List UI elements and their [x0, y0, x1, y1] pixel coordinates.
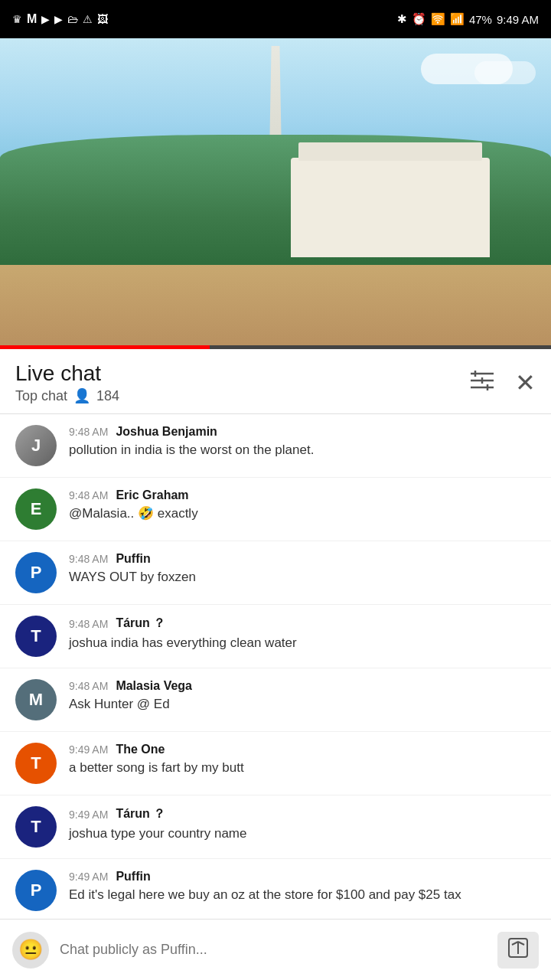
close-button[interactable]: ✕: [515, 368, 536, 397]
wifi-icon: 🛜: [431, 12, 445, 26]
chat-subtitle: Top chat 👤 184: [15, 387, 119, 404]
chat-header-right: ✕: [471, 368, 536, 397]
send-button[interactable]: [497, 932, 539, 969]
message-content: 9:48 AMMalasia VegaAsk Hunter @ Ed: [69, 679, 536, 714]
filter-button[interactable]: [471, 371, 494, 396]
avatar: T: [15, 616, 57, 657]
message-author: Malasia Vega: [116, 679, 192, 693]
chat-header-left: Live chat Top chat 👤 184: [15, 361, 119, 404]
message-meta: 9:48 AMPuffin: [69, 552, 536, 566]
video-progress-fill: [0, 345, 210, 349]
message-content: 9:48 AMPuffinWAYS OUT by foxzen: [69, 552, 536, 586]
message-author: The One: [116, 743, 165, 756]
youtube-icon: ▶: [41, 13, 50, 25]
chat-message-row: J9:48 AMJoshua Benjaminpollution in indi…: [0, 414, 551, 478]
chat-input[interactable]: [60, 932, 487, 969]
live-chat-title: Live chat: [15, 361, 119, 386]
status-icons-left: ♛ M ▶ ▶ 🗁 ⚠ 🖼: [12, 12, 108, 26]
message-meta: 9:49 AMTárun ？: [69, 806, 536, 822]
send-icon: [507, 937, 529, 962]
top-chat-label[interactable]: Top chat: [15, 388, 67, 404]
chat-input-bar: 😐: [0, 919, 551, 980]
crown-icon: ♛: [12, 13, 22, 25]
avatar: T: [15, 743, 57, 784]
time-display: 9:49 AM: [497, 13, 539, 26]
folder-icon: 🗁: [67, 13, 78, 25]
message-content: 9:49 AMThe Onea better song is fart by m…: [69, 743, 536, 777]
message-meta: 9:48 AMJoshua Benjamin: [69, 425, 536, 439]
message-content: 9:48 AMJoshua Benjaminpollution in india…: [69, 425, 536, 459]
youtube2-icon: ▶: [54, 13, 63, 25]
emoji-icon: 😐: [18, 938, 43, 962]
message-text: joshua india has everything clean water: [69, 634, 536, 652]
message-content: 9:49 AMPuffinEd it's legal here we buy a…: [69, 870, 536, 904]
video-building: [291, 158, 490, 257]
message-author: Tárun ？: [116, 616, 165, 632]
signal-icon: 📶: [450, 12, 465, 26]
message-text: @Malasia.. 🤣 exactly: [69, 505, 536, 523]
message-time: 9:48 AM: [69, 680, 108, 692]
message-text: joshua type your country name: [69, 825, 536, 843]
chat-message-row: P9:48 AMPuffinWAYS OUT by foxzen: [0, 541, 551, 605]
status-bar: ♛ M ▶ ▶ 🗁 ⚠ 🖼 ✱ ⏰ 🛜 📶 47% 9:49 AM: [0, 0, 551, 38]
message-meta: 9:48 AMMalasia Vega: [69, 679, 536, 693]
battery-text: 47%: [469, 13, 492, 26]
avatar: P: [15, 870, 57, 911]
message-time: 9:48 AM: [69, 426, 108, 438]
message-meta: 9:48 AMEric Graham: [69, 488, 536, 502]
message-time: 9:49 AM: [69, 743, 108, 756]
message-meta: 9:49 AMPuffin: [69, 870, 536, 884]
message-content: 9:48 AMEric Graham@Malasia.. 🤣 exactly: [69, 488, 536, 523]
message-text: WAYS OUT by foxzen: [69, 568, 536, 586]
m-icon: M: [27, 12, 37, 26]
chat-message-row: T9:49 AMThe Onea better song is fart by …: [0, 732, 551, 795]
viewer-icon: 👤: [73, 387, 90, 404]
message-meta: 9:48 AMTárun ？: [69, 616, 536, 632]
chat-message-row: T9:48 AMTárun ？joshua india has everythi…: [0, 605, 551, 668]
warning-icon: ⚠: [83, 13, 93, 25]
video-player[interactable]: [0, 38, 551, 349]
chat-header: Live chat Top chat 👤 184 ✕: [0, 349, 551, 414]
message-author: Puffin: [116, 870, 150, 884]
message-text: a better song is fart by my butt: [69, 759, 536, 777]
svg-line-9: [518, 942, 524, 945]
message-author: Joshua Benjamin: [116, 425, 217, 439]
chat-message-row: T9:49 AMTárun ？joshua type your country …: [0, 795, 551, 859]
message-author: Tárun ？: [116, 806, 165, 822]
image-icon: 🖼: [97, 13, 108, 25]
viewer-count: 184: [96, 388, 119, 404]
message-time: 9:49 AM: [69, 808, 108, 821]
message-author: Puffin: [116, 552, 150, 566]
message-content: 9:49 AMTárun ？joshua type your country n…: [69, 806, 536, 843]
video-clouds2: [474, 61, 536, 84]
avatar: T: [15, 806, 57, 848]
emoji-button[interactable]: 😐: [12, 932, 49, 969]
avatar: J: [15, 425, 57, 466]
bluetooth-icon: ✱: [397, 12, 407, 26]
video-progress-bar[interactable]: [0, 345, 551, 349]
avatar: P: [15, 552, 57, 593]
message-text: Ed it's legal here we buy an oz at the s…: [69, 886, 536, 904]
message-text: Ask Hunter @ Ed: [69, 695, 536, 714]
message-meta: 9:49 AMThe One: [69, 743, 536, 756]
message-time: 9:48 AM: [69, 618, 108, 630]
chat-messages-list: J9:48 AMJoshua Benjaminpollution in indi…: [0, 414, 551, 926]
video-ground: [0, 265, 551, 349]
message-time: 9:48 AM: [69, 553, 108, 565]
chat-message-row: P9:49 AMPuffinEd it's legal here we buy …: [0, 859, 551, 923]
avatar: M: [15, 679, 57, 720]
message-time: 9:49 AM: [69, 871, 108, 883]
message-content: 9:48 AMTárun ？joshua india has everythin…: [69, 616, 536, 652]
message-text: pollution in india is the worst on the p…: [69, 441, 536, 459]
message-author: Eric Graham: [116, 488, 188, 502]
status-icons-right: ✱ ⏰ 🛜 📶 47% 9:49 AM: [397, 12, 539, 26]
chat-message-row: M9:48 AMMalasia VegaAsk Hunter @ Ed: [0, 668, 551, 732]
svg-line-8: [512, 942, 518, 945]
alarm-icon: ⏰: [412, 12, 426, 26]
avatar: E: [15, 488, 57, 530]
chat-message-row: E9:48 AMEric Graham@Malasia.. 🤣 exactly: [0, 478, 551, 541]
message-time: 9:48 AM: [69, 489, 108, 501]
video-building-roof: [298, 142, 482, 161]
